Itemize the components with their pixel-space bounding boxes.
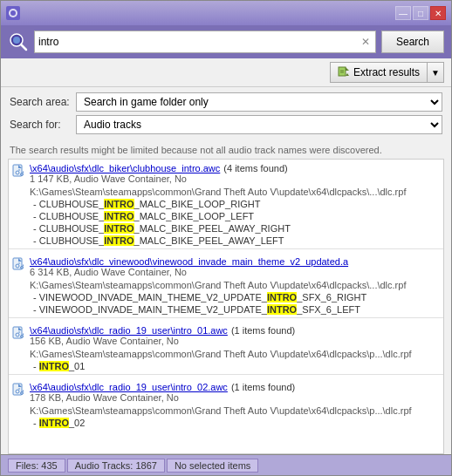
search-area-row: Search area: Search in game folder only [10, 92, 442, 112]
search-button[interactable]: Search [381, 31, 444, 53]
result-path: K:\Games\Steam\steamapps\common\Grand Th… [9, 186, 443, 198]
status-bar: Files: 435 Audio Tracks: 1867 No selecte… [1, 454, 451, 475]
highlight-text: INTRO [267, 292, 297, 303]
highlight-text: INTRO [104, 211, 134, 221]
highlight-text: INTRO [39, 418, 69, 428]
result-file-meta: 156 KB, Audio Wave Container, No [30, 336, 440, 346]
result-path: K:\Games\Steam\steamapps\common\Grand Th… [9, 279, 443, 291]
result-file-info: \x64\audio\sfx\dlc_vinewood\vinewood_inv… [30, 256, 440, 277]
result-file-link[interactable]: \x64\audio\sfx\dlc_radio_19_user\intro_0… [30, 382, 228, 392]
search-input-wrapper: ✕ [34, 31, 376, 53]
result-group: \x64\audio\sfx\dlc_vinewood\vinewood_inv… [9, 253, 443, 322]
result-track: - CLUBHOUSE_INTRO_MALC_BIKE_PEEL_AWAY_LE… [9, 235, 443, 247]
result-file-info: \x64\audio\sfx\dlc_radio_19_user\intro_0… [30, 382, 440, 403]
result-file-row: \x64\audio\sfx\dlc_radio_19_user\intro_0… [9, 323, 443, 348]
extract-results-label: Extract results [353, 66, 420, 78]
highlight-text: INTRO [104, 235, 134, 246]
warning-text: The search results might be limited beca… [1, 143, 451, 159]
result-file-row: \x64\audio\sfx\dlc_biker\clubhouse_intro… [9, 161, 443, 186]
results-area[interactable]: \x64\audio\sfx\dlc_biker\clubhouse_intro… [8, 159, 444, 454]
svg-rect-5 [339, 67, 346, 76]
title-bar: — □ ✕ [1, 1, 451, 25]
highlight-text: INTRO [267, 304, 297, 315]
minimize-button[interactable]: — [395, 6, 411, 20]
result-file-link-line: \x64\audio\sfx\dlc_biker\clubhouse_intro… [30, 163, 440, 173]
divider [9, 248, 443, 249]
result-file-link[interactable]: \x64\audio\sfx\dlc_vinewood\vinewood_inv… [30, 256, 348, 267]
selection-status: No selected items [167, 459, 258, 473]
extract-icon [338, 66, 350, 78]
highlight-text: INTRO [104, 199, 134, 209]
title-bar-left [6, 6, 20, 20]
result-badge: (4 items found) [223, 163, 287, 173]
result-group: \x64\audio\sfx\dlc_radio_19_user\intro_0… [9, 322, 443, 378]
files-count: Files: 435 [8, 459, 65, 473]
result-path: K:\Games\Steam\steamapps\common\Grand Th… [9, 348, 443, 360]
divider [9, 374, 443, 375]
audio-file-icon [12, 383, 26, 397]
clear-search-button[interactable]: ✕ [360, 36, 372, 48]
audio-file-icon [12, 164, 26, 178]
svg-marker-6 [346, 67, 349, 71]
svg-line-4 [21, 44, 26, 50]
extract-dropdown-button[interactable]: ▼ [428, 62, 444, 83]
audio-file-icon [12, 257, 26, 271]
result-track: - VINEWOOD_INVADE_MAIN_THEME_V2_UPDATE_I… [9, 303, 443, 316]
result-track: - CLUBHOUSE_INTRO_MALC_BIKE_PEEL_AWAY_RI… [9, 222, 443, 235]
close-button[interactable]: ✕ [430, 6, 446, 20]
search-area-label: Search area: [10, 96, 71, 108]
search-bar: ✕ Search [1, 25, 451, 58]
result-file-meta: 178 KB, Audio Wave Container, No [30, 392, 440, 403]
result-file-link-line: \x64\audio\sfx\dlc_radio_19_user\intro_0… [30, 382, 440, 392]
result-file-meta: 6 314 KB, Audio Wave Container, No [30, 267, 440, 277]
maximize-button[interactable]: □ [413, 6, 428, 20]
audio-tracks-count: Audio Tracks: 1867 [67, 459, 165, 473]
filter-area: Search area: Search in game folder only … [1, 87, 451, 143]
result-track: - CLUBHOUSE_INTRO_MALC_BIKE_LOOP_RIGHT [9, 198, 443, 210]
divider [9, 317, 443, 318]
search-for-row: Search for: Audio tracks [10, 115, 442, 134]
app-search-icon [8, 31, 29, 52]
result-file-link[interactable]: \x64\audio\sfx\dlc_radio_19_user\intro_0… [30, 325, 228, 336]
highlight-text: INTRO [104, 223, 134, 234]
svg-point-3 [13, 37, 20, 44]
result-track: - INTRO_02 [9, 417, 443, 429]
result-track: - VINEWOOD_INVADE_MAIN_THEME_V2_UPDATE_I… [9, 291, 443, 303]
audio-file-icon [12, 326, 26, 340]
extract-results-button[interactable]: Extract results [330, 62, 428, 83]
svg-marker-9 [346, 73, 349, 76]
result-file-row: \x64\audio\sfx\dlc_vinewood\vinewood_inv… [9, 255, 443, 279]
result-group: \x64\audio\sfx\dlc_radio_19_user\intro_0… [9, 378, 443, 431]
result-file-meta: 1 147 KB, Audio Wave Container, No [30, 173, 440, 184]
result-file-link-line: \x64\audio\sfx\dlc_vinewood\vinewood_inv… [30, 256, 440, 267]
window-controls: — □ ✕ [395, 6, 446, 20]
result-path: K:\Games\Steam\steamapps\common\Grand Th… [9, 405, 443, 417]
search-input[interactable] [38, 36, 360, 48]
main-window: — □ ✕ ✕ Search [0, 0, 452, 476]
result-badge: (1 items found) [231, 325, 295, 336]
search-for-label: Search for: [10, 119, 71, 131]
result-file-info: \x64\audio\sfx\dlc_biker\clubhouse_intro… [30, 163, 440, 184]
app-icon [6, 6, 20, 20]
search-for-select[interactable]: Audio tracks [76, 115, 442, 134]
result-file-row: \x64\audio\sfx\dlc_radio_19_user\intro_0… [9, 380, 443, 405]
result-badge: (1 items found) [231, 382, 295, 392]
search-area-select[interactable]: Search in game folder only [76, 92, 442, 112]
result-file-link[interactable]: \x64\audio\sfx\dlc_biker\clubhouse_intro… [30, 163, 220, 173]
highlight-text: INTRO [39, 361, 69, 371]
svg-point-1 [10, 10, 16, 16]
result-group: \x64\audio\sfx\dlc_biker\clubhouse_intro… [9, 160, 443, 253]
result-track: - INTRO_01 [9, 360, 443, 372]
result-file-link-line: \x64\audio\sfx\dlc_radio_19_user\intro_0… [30, 325, 440, 336]
result-file-info: \x64\audio\sfx\dlc_radio_19_user\intro_0… [30, 325, 440, 346]
toolbar: Extract results ▼ [1, 58, 451, 87]
result-track: - CLUBHOUSE_INTRO_MALC_BIKE_LOOP_LEFT [9, 210, 443, 222]
